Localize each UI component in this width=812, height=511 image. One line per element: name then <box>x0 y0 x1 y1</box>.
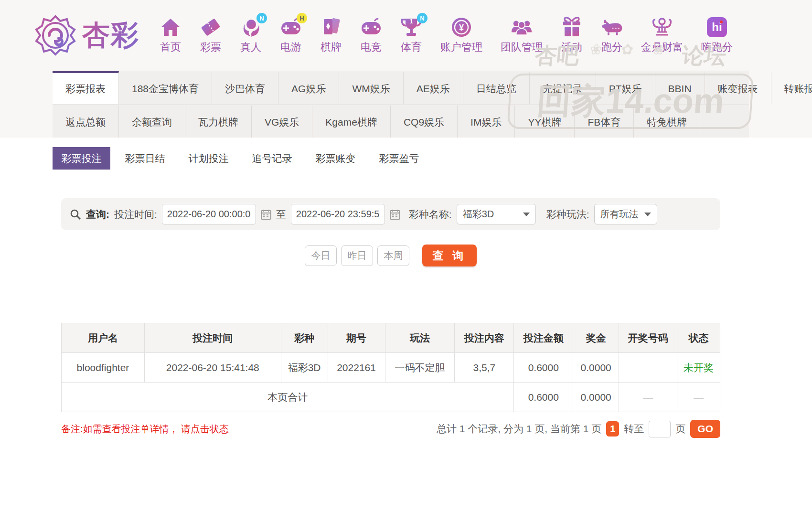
page-1-button[interactable]: 1 <box>606 421 619 436</box>
cell-bet-content: 3,5,7 <box>455 353 514 383</box>
subtab-lottery-daily[interactable]: 彩票日结 <box>116 147 174 170</box>
hi-app-icon: hi <box>706 16 728 38</box>
tab-188-sports[interactable]: 188金宝博体育 <box>119 71 212 104</box>
main-nav: 首页 彩票 N 真人 H 电游 棋牌 <box>160 16 733 54</box>
gamepad-icon <box>360 16 382 38</box>
pagination: 总计 1 个记录, 分为 1 页, 当前第 1 页 1 转至 页 GO <box>437 420 720 438</box>
summary-status: — <box>677 383 720 412</box>
goto-page-input[interactable] <box>649 421 671 437</box>
bet-time-from-input[interactable] <box>162 204 256 224</box>
report-tabs: 彩票报表 188金宝博体育 沙巴体育 AG娱乐 WM娱乐 AE娱乐 日结总览 充… <box>53 71 749 138</box>
nav-item-lottery[interactable]: 彩票 <box>200 16 222 54</box>
tab-ae[interactable]: AE娱乐 <box>404 71 463 104</box>
nav-item-home[interactable]: 首页 <box>160 16 182 54</box>
subtab-lottery-bets[interactable]: 彩票投注 <box>53 147 110 170</box>
subtab-plan-bets[interactable]: 计划投注 <box>180 147 237 170</box>
tab-fb-sports[interactable]: FB体育 <box>575 105 634 138</box>
tab-ag[interactable]: AG娱乐 <box>278 71 339 104</box>
tab-vg[interactable]: VG娱乐 <box>252 105 312 138</box>
lyre-icon <box>651 16 673 38</box>
gamepad-icon: H <box>280 16 302 38</box>
lottery-name-select[interactable]: 福彩3D <box>457 204 536 224</box>
tab-tetu-boardgames[interactable]: 特兔棋牌 <box>634 105 700 138</box>
nav-item-team-management[interactable]: 团队管理 <box>501 16 543 54</box>
badge-n: N <box>256 13 267 23</box>
play-type-select[interactable]: 所有玩法 <box>594 204 657 224</box>
col-play: 玩法 <box>385 323 455 353</box>
tab-saba-sports[interactable]: 沙巴体育 <box>212 71 278 104</box>
chevron-down-icon <box>523 213 530 216</box>
nav-item-jinding-wealth[interactable]: 金鼎财富 <box>641 16 683 54</box>
nav-item-live[interactable]: N 真人 <box>240 16 262 54</box>
nav-item-paofen[interactable]: 跑分 <box>601 16 623 54</box>
brand-logo[interactable]: 杏彩 <box>34 14 139 56</box>
tab-account-change-report[interactable]: 账变报表 <box>705 71 771 104</box>
home-icon <box>160 16 182 38</box>
badge-h: H <box>297 13 307 23</box>
rhino-icon <box>601 16 623 38</box>
calendar-icon[interactable] <box>261 209 271 220</box>
badge-n: N <box>417 13 427 23</box>
live-person-icon: N <box>240 16 262 38</box>
bet-time-to-input[interactable] <box>291 204 385 224</box>
this-week-button[interactable]: 本周 <box>377 245 409 266</box>
table-row: bloodfighter 2022-06-20 15:41:48 福彩3D 20… <box>62 353 720 383</box>
brand-name: 杏彩 <box>82 17 139 54</box>
col-bet-content: 投注内容 <box>455 323 514 353</box>
nav-item-hi-paofen[interactable]: hi 嗨跑分 <box>701 16 733 54</box>
col-draw-number: 开奖号码 <box>619 323 677 353</box>
nav-item-egames[interactable]: H 电游 <box>280 16 302 54</box>
cell-bet-amount: 0.6000 <box>514 353 573 383</box>
tab-wm[interactable]: WM娱乐 <box>339 71 403 104</box>
tab-lottery-report[interactable]: 彩票报表 <box>53 71 119 104</box>
nav-item-account-management[interactable]: ¥ 账户管理 <box>440 16 482 54</box>
nav-item-esports[interactable]: 电竞 <box>360 16 382 54</box>
tab-balance-query[interactable]: 余额查询 <box>119 105 185 138</box>
note-text: 备注:如需查看投注单详情， 请点击状态 <box>61 423 229 436</box>
tab-cq9[interactable]: CQ9娱乐 <box>391 105 458 138</box>
cell-prize: 0.0000 <box>573 353 619 383</box>
tab-rebate-total[interactable]: 返点总额 <box>53 105 119 138</box>
calendar-icon[interactable] <box>390 209 400 220</box>
cell-bet-time: 2022-06-20 15:41:48 <box>144 353 281 383</box>
col-lottery: 彩种 <box>281 323 328 353</box>
main-content: 彩票投注 彩票日结 计划投注 追号记录 彩票账变 彩票盈亏 查询: 投注时间: … <box>0 138 812 511</box>
subtab-lottery-account-change[interactable]: 彩票账变 <box>307 147 364 170</box>
coin-yen-icon: ¥ <box>450 16 472 38</box>
nav-item-promotions[interactable]: 活动 <box>561 16 583 54</box>
table-summary-row: 本页合计 0.6000 0.0000 — — <box>62 383 720 412</box>
tab-kgame[interactable]: Kgame棋牌 <box>312 105 391 138</box>
tab-wali-boardgames[interactable]: 瓦力棋牌 <box>185 105 252 138</box>
to-label: 至 <box>276 208 286 221</box>
cell-status-pending[interactable]: 未开奖 <box>677 353 720 383</box>
col-bet-time: 投注时间 <box>144 323 281 353</box>
yesterday-button[interactable]: 昨日 <box>341 245 373 266</box>
col-prize: 奖金 <box>573 323 619 353</box>
cell-play: 一码不定胆 <box>385 353 455 383</box>
go-button[interactable]: GO <box>690 420 720 438</box>
tab-pt[interactable]: PT娱乐 <box>596 71 655 104</box>
nav-item-boardgames[interactable]: 棋牌 <box>320 16 342 54</box>
page-unit-label: 页 <box>675 422 685 436</box>
search-filter-bar: 查询: 投注时间: 至 彩种名称: 福彩3D 彩种玩法: 所有玩法 <box>61 198 720 230</box>
nav-item-sports[interactable]: 1 N 体育 <box>400 16 422 54</box>
tab-yy-boardgames[interactable]: YY棋牌 <box>515 105 575 138</box>
tab-transfer-report[interactable]: 转账报表 <box>771 71 812 104</box>
table-header-row: 用户名 投注时间 彩种 期号 玩法 投注内容 投注金额 奖金 开奖号码 状态 <box>62 323 720 353</box>
query-button[interactable]: 查 询 <box>422 245 477 266</box>
top-header: 杏彩 首页 彩票 N 真人 H 电游 <box>0 0 812 71</box>
today-button[interactable]: 今日 <box>305 245 337 266</box>
bets-table: 用户名 投注时间 彩种 期号 玩法 投注内容 投注金额 奖金 开奖号码 状态 b… <box>61 323 720 412</box>
cell-draw-number <box>619 353 677 383</box>
tab-deposit-withdraw[interactable]: 充提记录 <box>530 71 596 104</box>
tab-daily-overview[interactable]: 日结总览 <box>463 71 530 104</box>
cell-lottery: 福彩3D <box>281 353 328 383</box>
cell-username: bloodfighter <box>62 353 145 383</box>
subtab-lottery-profit-loss[interactable]: 彩票盈亏 <box>370 147 428 170</box>
tab-row-2: 返点总额 余额查询 瓦力棋牌 VG娱乐 Kgame棋牌 CQ9娱乐 IM娱乐 Y… <box>53 104 749 138</box>
tab-bbin[interactable]: BBIN <box>655 71 705 104</box>
subtab-chase-records[interactable]: 追号记录 <box>243 147 301 170</box>
tab-im[interactable]: IM娱乐 <box>458 105 515 138</box>
col-issue: 期号 <box>328 323 385 353</box>
summary-bet-amount: 0.6000 <box>514 383 573 412</box>
